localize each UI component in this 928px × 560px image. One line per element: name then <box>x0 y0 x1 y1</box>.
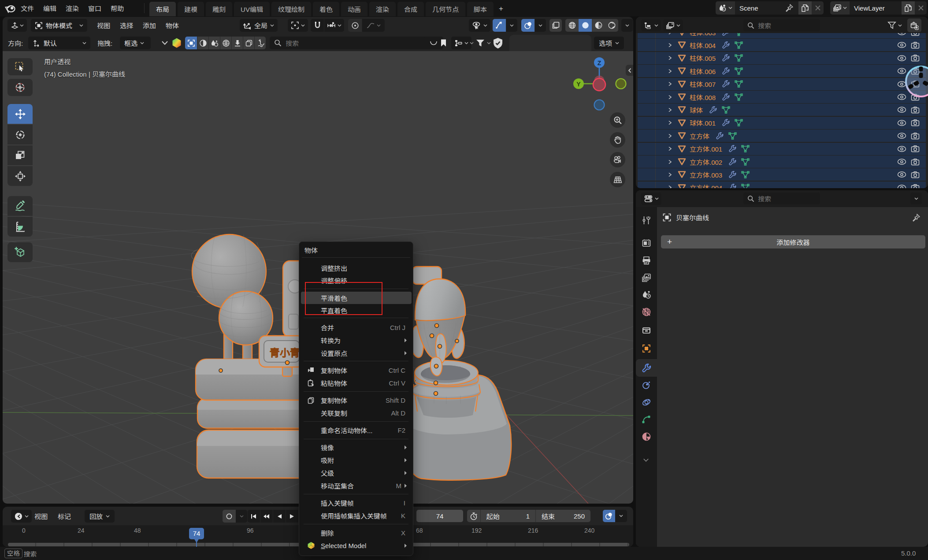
svg-text:Z: Z <box>598 59 601 67</box>
svg-text:Y: Y <box>576 81 581 88</box>
svg-text:青小青: 青小青 <box>270 347 300 359</box>
